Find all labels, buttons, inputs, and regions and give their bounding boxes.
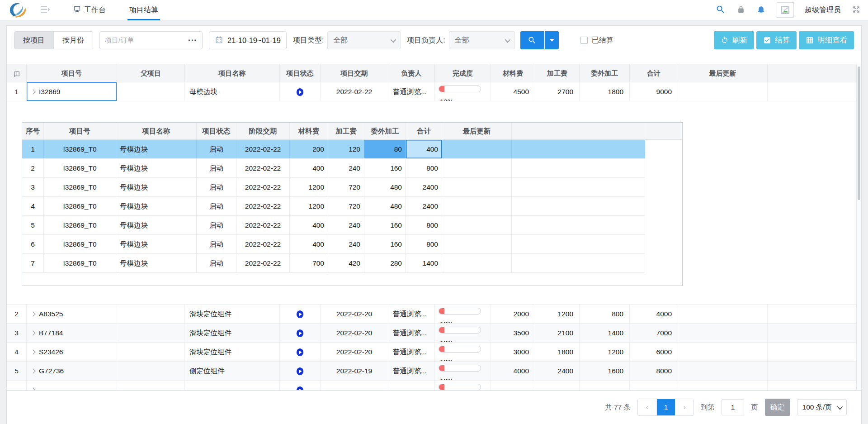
caret-down-icon	[550, 39, 554, 42]
menu-collapse-icon[interactable]	[41, 5, 51, 15]
expand-chevron-icon[interactable]	[30, 311, 35, 316]
stage-row[interactable]: 7I32869_T0母模边块启动2022-02-227004202801400	[22, 254, 645, 273]
table-row[interactable]: 5G72736侧定位组件2022-02-19普通浏览...13%40002400…	[7, 362, 861, 381]
stage-column-header-3[interactable]: 项目状态	[197, 123, 236, 139]
search-icon[interactable]	[716, 5, 726, 16]
last-updated	[678, 82, 768, 101]
tab-project-settlement[interactable]: 项目结算	[127, 0, 160, 20]
app-logo-icon[interactable]	[7, 2, 28, 18]
next-page-button[interactable]: ›	[675, 399, 693, 415]
stage-column-header-2[interactable]: 项目名称	[116, 123, 197, 139]
stage-row[interactable]: 4I32869_T0母模边块启动2022-02-2212007204802400	[22, 197, 645, 216]
stage-total-cost: 800	[406, 235, 442, 253]
detail-view-button[interactable]: 明细查看	[799, 31, 854, 49]
stage-column-header-5[interactable]: 材料费	[290, 123, 328, 139]
search-button[interactable]	[520, 31, 544, 49]
stage-outsource-cost: 480	[364, 197, 406, 215]
more-options-button[interactable]: ···	[188, 36, 197, 45]
confirm-button[interactable]: 确定	[765, 399, 790, 416]
avatar[interactable]	[777, 2, 794, 18]
expand-chevron-icon[interactable]	[30, 368, 35, 373]
column-header-10[interactable]: 委外加工	[580, 64, 630, 82]
column-header-3[interactable]: 项目名称	[185, 64, 280, 82]
stage-due: 2022-02-22	[236, 178, 290, 196]
column-header-8[interactable]: 材料费	[491, 64, 535, 82]
project-status	[280, 343, 321, 361]
stage-header-filler	[512, 123, 645, 139]
stage-table: 序号项目号项目名称项目状态阶段交期材料费加工费委外加工合计最后更新1I32869…	[22, 122, 683, 286]
table-row[interactable]: 3B77184滑块定位组件2022-02-20普通浏览...13%3500210…	[7, 324, 861, 343]
stage-row[interactable]: 2I32869_T0母模边块启动2022-02-22400240160800	[22, 159, 645, 178]
project-leader-select[interactable]: 全部	[449, 31, 515, 49]
settle-button[interactable]: 结算	[756, 31, 797, 49]
column-header-6[interactable]: 负责人	[388, 64, 435, 82]
lock-icon[interactable]	[736, 5, 745, 15]
goto-label: 到第	[701, 403, 715, 412]
fullscreen-icon[interactable]	[852, 5, 861, 15]
stage-material-cost: 1200	[290, 197, 328, 215]
column-header-7[interactable]: 完成度	[435, 64, 491, 82]
scrollbar-thumb[interactable]	[858, 67, 860, 200]
bell-icon[interactable]	[756, 5, 766, 15]
stage-column-header-7[interactable]: 委外加工	[364, 123, 406, 139]
table-row[interactable]: 2A83525滑块定位组件2022-02-20普通浏览...13%2000120…	[7, 305, 861, 324]
project-id-cell[interactable]: A83525	[27, 305, 117, 323]
column-header-4[interactable]: 项目状态	[280, 64, 321, 82]
project-id-cell[interactable]	[27, 381, 117, 391]
pagination-footer: 共 77 条 ‹ 1 › 到第 1 页 确定 100 条/页	[7, 391, 861, 424]
prev-page-button[interactable]: ‹	[638, 399, 656, 415]
search-dropdown-button[interactable]	[545, 31, 559, 49]
expand-chevron-icon[interactable]	[30, 349, 35, 354]
progress-fill	[439, 86, 444, 92]
column-header-2[interactable]: 父项目	[117, 64, 185, 82]
project-id-cell[interactable]: I32869	[27, 82, 117, 101]
vertical-scrollbar[interactable]	[856, 64, 861, 390]
project-id-cell[interactable]: B77184	[27, 324, 117, 342]
column-header-5[interactable]: 项目交期	[321, 64, 388, 82]
toggle-by-month[interactable]: 按月份	[53, 32, 93, 49]
stage-column-header-8[interactable]: 合计	[406, 123, 442, 139]
table-row[interactable]: 4S23426滑块定位组件2022-02-20普通浏览...13%3000180…	[7, 343, 861, 362]
progress-label: 13%	[440, 372, 453, 380]
stage-row[interactable]: 6I32869_T0母模边块启动2022-02-22400240160800	[22, 235, 645, 254]
stage-column-header-0[interactable]: 序号	[22, 123, 44, 139]
expand-chevron-icon[interactable]	[30, 89, 35, 94]
row-number	[7, 381, 27, 391]
column-header-11[interactable]: 合计	[630, 64, 678, 82]
project-status	[280, 305, 321, 323]
stage-row[interactable]: 3I32869_T0母模边块启动2022-02-2212007204802400	[22, 178, 645, 197]
expand-chevron-icon[interactable]	[30, 330, 35, 335]
project-id-cell[interactable]: S23426	[27, 343, 117, 361]
column-header-12[interactable]: 最后更新	[678, 64, 768, 82]
stage-row[interactable]: 5I32869_T0母模边块启动2022-02-22400240160800	[22, 216, 645, 235]
stage-column-header-4[interactable]: 阶段交期	[236, 123, 290, 139]
progress-bar	[439, 308, 481, 314]
page-size-select[interactable]: 100 条/页	[797, 399, 847, 415]
project-id-cell[interactable]: G72736	[27, 362, 117, 380]
current-page-button[interactable]: 1	[656, 399, 675, 415]
column-header-9[interactable]: 加工费	[535, 64, 580, 82]
project-status	[280, 82, 321, 101]
table-row[interactable]: 1I32869母模边块2022-02-22普通浏览...13%450027001…	[7, 82, 861, 101]
toggle-by-project[interactable]: 按项目	[14, 32, 53, 49]
project-order-input[interactable]: 项目/订单 ···	[99, 31, 203, 49]
stage-name: 母模边块	[116, 178, 197, 196]
tab-workbench[interactable]: 工作台	[71, 0, 108, 20]
refresh-button[interactable]: 刷新	[714, 31, 754, 49]
total-cost: 6000	[630, 343, 678, 361]
stage-row[interactable]: 1I32869_T0母模边块启动2022-02-2220012080400	[22, 140, 645, 159]
current-user[interactable]: 超级管理员	[805, 5, 841, 15]
goto-page-input[interactable]: 1	[722, 399, 744, 415]
settled-checkbox[interactable]: 已结算	[580, 31, 613, 49]
table-row[interactable]	[7, 381, 861, 391]
date-range-picker[interactable]: 21-10-19~01-19	[209, 31, 287, 49]
stage-column-header-1[interactable]: 项目号	[44, 123, 116, 139]
column-settings-icon[interactable]	[7, 64, 27, 82]
stage-column-header-6[interactable]: 加工费	[328, 123, 364, 139]
column-header-1[interactable]: 项目号	[27, 64, 117, 82]
stage-row-filler	[512, 140, 645, 158]
expand-chevron-icon[interactable]	[30, 387, 35, 391]
checkbox-icon[interactable]	[580, 37, 588, 44]
stage-column-header-9[interactable]: 最后更新	[442, 123, 512, 139]
project-type-select[interactable]: 全部	[327, 31, 401, 49]
